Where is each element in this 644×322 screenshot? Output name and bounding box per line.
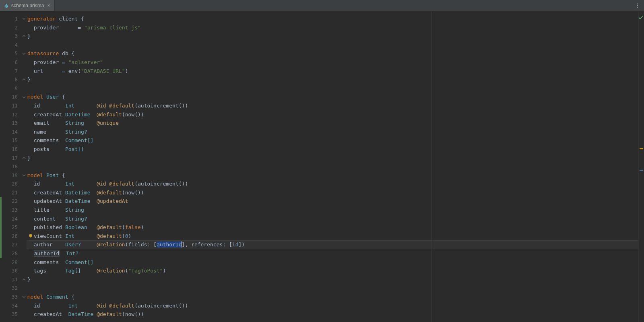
code-line[interactable]: [27, 284, 644, 293]
code-line[interactable]: }: [27, 75, 644, 84]
code-line[interactable]: createdAt DateTime @default(now()): [27, 310, 644, 319]
line-number[interactable]: 6: [2, 58, 18, 67]
code-line[interactable]: id Int @id @default(autoincrement()): [27, 180, 644, 188]
code-line[interactable]: id Int @id @default(autoincrement()): [27, 301, 644, 310]
code-line[interactable]: datasource db {: [27, 49, 644, 58]
code-line[interactable]: [27, 41, 644, 50]
code-line[interactable]: comments Comment[]: [27, 258, 644, 267]
tab-schema-prisma[interactable]: schema.prisma ×: [0, 0, 55, 11]
line-number[interactable]: 16: [2, 145, 18, 154]
tab-overflow-button[interactable]: [634, 0, 642, 11]
line-number[interactable]: 17: [2, 154, 18, 163]
code-line[interactable]: createdAt DateTime @default(now()): [27, 188, 644, 197]
line-number[interactable]: 7: [2, 67, 18, 76]
close-icon[interactable]: ×: [47, 2, 50, 8]
code-line[interactable]: }: [27, 275, 644, 284]
fold-toggle-open-icon[interactable]: [21, 49, 27, 58]
line-number[interactable]: 26: [2, 232, 18, 241]
line-number[interactable]: 14: [2, 128, 18, 136]
code-line[interactable]: published Boolean @default(false): [27, 223, 644, 232]
fold-toggle-close-icon[interactable]: [21, 275, 27, 284]
code-line[interactable]: title String: [27, 206, 644, 215]
line-number[interactable]: 25: [2, 223, 18, 232]
code-line[interactable]: model Comment {: [27, 293, 644, 301]
code-line[interactable]: email String @unique: [27, 119, 644, 128]
code-line[interactable]: createdAt DateTime @default(now()): [27, 110, 644, 119]
line-number[interactable]: 15: [2, 136, 18, 145]
line-number[interactable]: 29: [2, 258, 18, 267]
line-number[interactable]: 3: [2, 32, 18, 41]
token: [68, 50, 72, 56]
fold-toggle-open-icon[interactable]: [21, 293, 27, 301]
code-editor[interactable]: 1234567891011121314151617181920212223242…: [0, 11, 644, 322]
line-number[interactable]: 27: [2, 240, 18, 249]
intention-bulb-icon[interactable]: [28, 233, 33, 238]
code-line[interactable]: model Post {: [27, 171, 644, 180]
code-line[interactable]: comments Comment[]: [27, 136, 644, 145]
code-line[interactable]: provider = "prisma-client-js": [27, 23, 644, 32]
code-line[interactable]: provider = "sqlserver": [27, 58, 644, 67]
line-number[interactable]: 33: [2, 293, 18, 301]
line-number[interactable]: 34: [2, 301, 18, 310]
line-number[interactable]: 20: [2, 180, 18, 188]
fold-toggle-close-icon[interactable]: [21, 32, 27, 41]
code-line[interactable]: authorId Int?: [27, 249, 644, 258]
line-number[interactable]: 1: [2, 14, 18, 23]
line-number[interactable]: 10: [2, 93, 18, 101]
line-number[interactable]: 35: [2, 310, 18, 319]
line-number[interactable]: 24: [2, 215, 18, 223]
line-number[interactable]: 19: [2, 171, 18, 180]
code-line[interactable]: id Int @id @default(autoincrement()): [27, 101, 644, 110]
fold-toggle-open-icon[interactable]: [21, 93, 27, 101]
code-line[interactable]: viewCount Int @default(0): [27, 232, 644, 241]
line-number-gutter[interactable]: 1234567891011121314151617181920212223242…: [2, 11, 21, 322]
code-line[interactable]: content String?: [27, 215, 644, 223]
line-number[interactable]: 30: [2, 266, 18, 275]
token: [91, 111, 97, 118]
code-line[interactable]: [27, 162, 644, 171]
line-number[interactable]: 21: [2, 188, 18, 197]
warning-stripe-marker[interactable]: [640, 148, 643, 149]
svg-point-2: [637, 7, 638, 8]
code-line[interactable]: name String?: [27, 128, 644, 136]
code-area[interactable]: generator client { provider = "prisma-cl…: [27, 11, 644, 322]
line-number[interactable]: 28: [2, 249, 18, 258]
fold-toggle-close-icon[interactable]: [21, 75, 27, 84]
line-number[interactable]: 8: [2, 75, 18, 84]
code-line[interactable]: author User? @relation(fields: [authorId…: [27, 240, 644, 249]
line-number[interactable]: 22: [2, 197, 18, 206]
info-stripe-marker[interactable]: [640, 170, 643, 171]
line-number[interactable]: 5: [2, 49, 18, 58]
code-line[interactable]: url = env("DATABASE_URL"): [27, 67, 644, 76]
code-line[interactable]: model User {: [27, 93, 644, 101]
line-number[interactable]: 13: [2, 119, 18, 128]
line-number[interactable]: 4: [2, 41, 18, 50]
code-line[interactable]: [27, 84, 644, 93]
inspection-ok-icon[interactable]: [638, 15, 643, 20]
line-number[interactable]: 32: [2, 284, 18, 293]
error-stripe[interactable]: [638, 11, 644, 322]
code-line[interactable]: tags Tag[] @relation("TagToPost"): [27, 266, 644, 275]
code-line[interactable]: updatedAt DateTime @updatedAt: [27, 197, 644, 206]
fold-toggle-close-icon[interactable]: [21, 154, 27, 163]
line-number[interactable]: 11: [2, 101, 18, 110]
code-line[interactable]: posts Post[]: [27, 145, 644, 154]
code-line[interactable]: generator client {: [27, 14, 644, 23]
code-line[interactable]: }: [27, 154, 644, 163]
line-number[interactable]: 23: [2, 206, 18, 215]
fold-toggle-open-icon[interactable]: [21, 14, 27, 23]
line-number[interactable]: 18: [2, 162, 18, 171]
line-number[interactable]: 12: [2, 110, 18, 119]
token: [62, 224, 65, 230]
line-number[interactable]: 2: [2, 23, 18, 32]
line-number[interactable]: 9: [2, 84, 18, 93]
fold-gutter[interactable]: [21, 11, 27, 322]
token: model: [27, 94, 43, 100]
token: @unique: [97, 120, 119, 126]
token: [27, 303, 34, 309]
code-line[interactable]: }: [27, 32, 644, 41]
token: [27, 242, 34, 248]
fold-toggle-open-icon[interactable]: [21, 171, 27, 180]
line-number[interactable]: 31: [2, 275, 18, 284]
token: [91, 198, 97, 204]
